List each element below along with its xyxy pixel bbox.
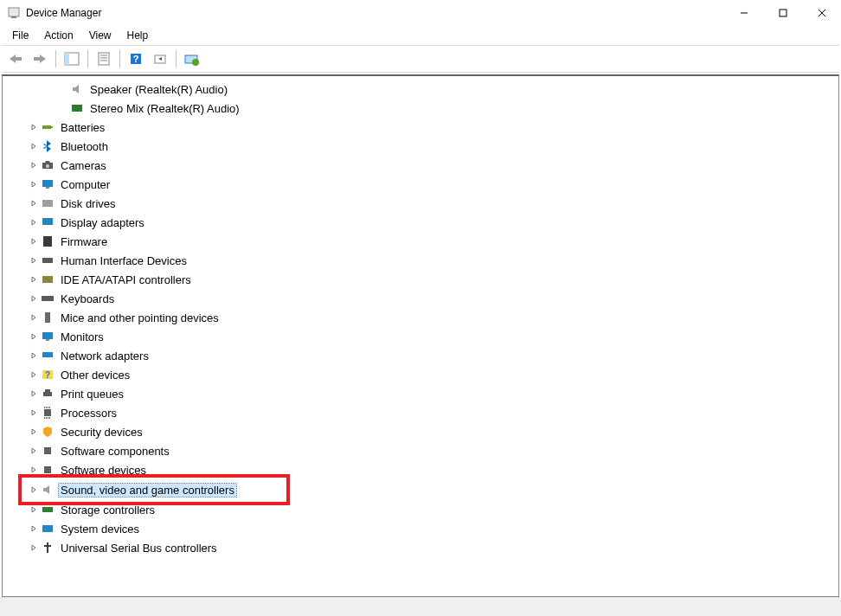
tree-item-computer[interactable]: Computer	[4, 175, 837, 194]
svg-rect-7	[65, 53, 69, 65]
close-button[interactable]	[802, 0, 841, 26]
expand-arrow-icon[interactable]	[29, 122, 39, 132]
tree-item-label: Keyboards	[58, 292, 117, 306]
tree-item-label: Security devices	[58, 425, 145, 440]
tree-item-label: Computer	[58, 177, 112, 192]
expand-arrow-icon[interactable]	[29, 236, 39, 247]
tree-item-display-adapters[interactable]: Display adapters	[4, 213, 837, 232]
tree-item-label: Mice and other pointing devices	[58, 311, 221, 325]
tree-item-cameras[interactable]: Cameras	[4, 156, 837, 175]
menu-file[interactable]: File	[5, 28, 35, 43]
network-icon	[41, 349, 55, 363]
expand-arrow-icon[interactable]	[29, 198, 39, 209]
tree-item-disk-drives[interactable]: Disk drives	[4, 194, 837, 213]
expand-arrow-icon[interactable]	[29, 504, 39, 515]
expand-arrow-icon[interactable]	[29, 523, 39, 534]
help-button[interactable]: ?	[125, 49, 146, 68]
usb-icon	[41, 541, 55, 555]
tree-item-label: Batteries	[58, 120, 107, 135]
tree-item-label: Processors	[58, 406, 119, 420]
svg-rect-23	[44, 407, 45, 408]
svg-rect-3	[780, 10, 786, 16]
tree-item-mice-and-other-pointing-devices[interactable]: Mice and other pointing devices	[4, 308, 837, 327]
expand-arrow-icon[interactable]	[29, 274, 39, 285]
tree-item-human-interface-devices[interactable]: Human Interface Devices	[4, 251, 837, 270]
tree-item-label: IDE ATA/ATAPI controllers	[58, 273, 194, 287]
tree-item-system-devices[interactable]: System devices	[4, 519, 837, 538]
tree-item-label: Sound, video and game controllers	[58, 483, 237, 497]
expand-arrow-icon[interactable]	[29, 369, 39, 380]
expand-arrow-icon[interactable]	[29, 542, 39, 553]
expand-arrow-icon[interactable]	[29, 255, 39, 266]
other-icon: ?	[41, 368, 55, 382]
tree-item-monitors[interactable]: Monitors	[4, 327, 837, 346]
add-legacy-button[interactable]	[182, 49, 202, 68]
showhide-tree-button[interactable]	[61, 49, 82, 68]
expand-arrow-icon[interactable]	[29, 388, 39, 399]
expand-arrow-icon[interactable]	[29, 350, 39, 361]
menu-help[interactable]: Help	[120, 28, 156, 43]
menu-view[interactable]: View	[82, 28, 119, 43]
expand-arrow-icon[interactable]	[29, 446, 39, 456]
mice-icon	[41, 311, 55, 324]
tree-item-label: Firmware	[58, 234, 110, 249]
app-icon	[7, 6, 21, 20]
tree-item-label: Cameras	[58, 158, 109, 173]
svg-rect-28	[48, 417, 48, 419]
tree-item-label: Universal Serial Bus controllers	[58, 541, 220, 555]
toolbar: ?	[0, 46, 841, 72]
menu-action[interactable]: Action	[37, 28, 80, 43]
sound-icon	[41, 483, 55, 497]
tree-item-bluetooth[interactable]: Bluetooth	[4, 137, 837, 156]
back-button[interactable]	[5, 49, 26, 68]
tree-item-security-devices[interactable]: Security devices	[4, 422, 837, 441]
batteries-icon	[41, 120, 55, 134]
displayadapters-icon	[41, 215, 55, 229]
expand-arrow-icon[interactable]	[29, 217, 39, 228]
tree-item-network-adapters[interactable]: Network adapters	[4, 346, 837, 365]
tree-item-firmware[interactable]: Firmware	[4, 232, 837, 251]
tree-item-label: Network adapters	[58, 349, 151, 363]
tree-item-universal-serial-bus-controllers[interactable]: Universal Serial Bus controllers	[4, 538, 837, 557]
minimize-button[interactable]	[724, 0, 763, 26]
swcomp-icon	[41, 444, 55, 458]
monitors-icon	[41, 330, 55, 343]
speaker-icon	[70, 82, 84, 96]
properties-button[interactable]	[93, 49, 114, 68]
tree-item-label: System devices	[58, 522, 142, 536]
printers-icon	[41, 387, 55, 401]
expand-arrow-icon	[58, 84, 68, 94]
tree-item-label: Print queues	[58, 387, 126, 401]
diskdrives-icon	[41, 196, 55, 210]
tree-item-print-queues[interactable]: Print queues	[4, 384, 837, 403]
tree-item-speaker[interactable]: Speaker (Realtek(R) Audio)	[4, 80, 837, 99]
maximize-button[interactable]	[763, 0, 802, 26]
device-tree[interactable]: Speaker (Realtek(R) Audio)Stereo Mix (Re…	[3, 76, 838, 596]
tree-item-software-components[interactable]: Software components	[4, 441, 837, 460]
forward-button[interactable]	[29, 49, 50, 68]
expand-arrow-icon[interactable]	[29, 179, 39, 189]
tree-item-ide-ata-atapi-controllers[interactable]: IDE ATA/ATAPI controllers	[4, 270, 837, 289]
hid-icon	[41, 253, 55, 267]
expand-arrow-icon	[58, 103, 68, 113]
svg-text:?: ?	[45, 370, 50, 380]
tree-item-sound--video-and-game-controllers[interactable]: Sound, video and game controllers	[22, 480, 237, 499]
expand-arrow-icon[interactable]	[29, 312, 39, 323]
tree-item-stereomix[interactable]: Stereo Mix (Realtek(R) Audio)	[4, 99, 837, 118]
svg-rect-29	[49, 407, 50, 408]
tree-item-batteries[interactable]: Batteries	[4, 118, 837, 137]
scan-button[interactable]	[150, 49, 170, 68]
expand-arrow-icon[interactable]	[29, 484, 39, 495]
processors-icon	[41, 406, 55, 420]
expand-arrow-icon[interactable]	[29, 141, 39, 151]
expand-arrow-icon[interactable]	[29, 160, 39, 170]
svg-rect-27	[48, 407, 48, 408]
expand-arrow-icon[interactable]	[29, 293, 39, 304]
expand-arrow-icon[interactable]	[29, 331, 39, 342]
tree-item-keyboards[interactable]: Keyboards	[4, 289, 837, 308]
tree-item-other-devices[interactable]: ?Other devices	[4, 365, 837, 384]
expand-arrow-icon[interactable]	[29, 407, 39, 418]
tree-item-processors[interactable]: Processors	[4, 403, 837, 422]
expand-arrow-icon[interactable]	[29, 427, 39, 437]
svg-rect-1	[11, 16, 16, 18]
